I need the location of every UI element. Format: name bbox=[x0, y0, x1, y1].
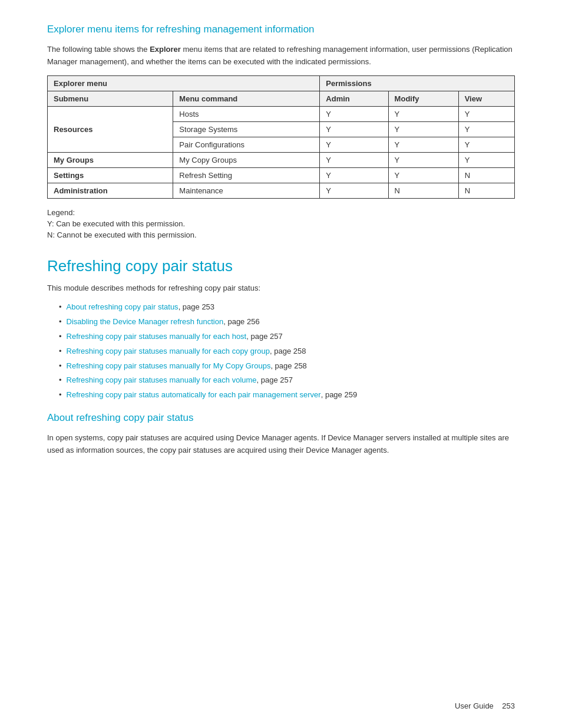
bullet-link-3[interactable]: Refreshing copy pair statuses manually f… bbox=[67, 345, 270, 358]
bullet-text-2: , page 257 bbox=[246, 331, 282, 343]
table-cell-hosts-admin: Y bbox=[320, 106, 388, 121]
table-cell-settings-view: N bbox=[458, 167, 514, 183]
footer-label: User Guide bbox=[455, 701, 494, 710]
intro-bold: Explorer bbox=[150, 45, 181, 54]
bullet-text-0: , page 253 bbox=[178, 301, 214, 314]
table-header-permissions: Permissions bbox=[320, 75, 515, 91]
bullet-item-4: Refreshing copy pair statuses manually f… bbox=[59, 360, 515, 373]
bullet-link-4[interactable]: Refreshing copy pair statuses manually f… bbox=[67, 360, 271, 373]
table-cell-pair-config: Pair Configurations bbox=[173, 137, 320, 152]
bullet-item-0: About refreshing copy pair status, page … bbox=[59, 301, 515, 314]
bullet-link-1[interactable]: Disabling the Device Manager refresh fun… bbox=[67, 316, 224, 328]
bullet-item-2: Refreshing copy pair statuses manually f… bbox=[59, 331, 515, 343]
bullet-item-6: Refreshing copy pair status automaticall… bbox=[59, 389, 515, 401]
bullet-text-4: , page 258 bbox=[270, 360, 306, 373]
section3-body: In open systems, copy pair statuses are … bbox=[47, 432, 515, 457]
table-cell-mygroups-modify: Y bbox=[388, 152, 458, 167]
table-cell-pair-config-view: Y bbox=[458, 137, 514, 152]
bullet-text-6: , page 259 bbox=[321, 389, 357, 401]
table-cell-admin-view: N bbox=[458, 183, 514, 198]
bullet-link-5[interactable]: Refreshing copy pair statuses manually f… bbox=[67, 374, 257, 387]
table-cell-hosts-modify: Y bbox=[388, 106, 458, 121]
bullet-list: About refreshing copy pair status, page … bbox=[59, 301, 515, 401]
explorer-menu-table: Explorer menu Permissions Submenu Menu c… bbox=[47, 75, 515, 199]
legend-label: Legend: bbox=[47, 208, 515, 217]
table-cell-mygroups-view: Y bbox=[458, 152, 514, 167]
table-cell-mygroups-admin: Y bbox=[320, 152, 388, 167]
section2-intro: This module describes methods for refres… bbox=[47, 282, 515, 295]
col-view-header: View bbox=[458, 91, 514, 106]
bullet-item-5: Refreshing copy pair statuses manually f… bbox=[59, 374, 515, 387]
bullet-item-3: Refreshing copy pair statuses manually f… bbox=[59, 345, 515, 358]
legend-y: Y: Can be executed with this permission. bbox=[47, 219, 515, 228]
bullet-text-1: , page 256 bbox=[223, 316, 259, 328]
table-cell-settings: Settings bbox=[48, 167, 173, 183]
table-cell-refresh-setting: Refresh Setting bbox=[173, 167, 320, 183]
table-cell-maintenance: Maintenance bbox=[173, 183, 320, 198]
table-cell-pair-config-modify: Y bbox=[388, 137, 458, 152]
bullet-item-1: Disabling the Device Manager refresh fun… bbox=[59, 316, 515, 328]
legend-section: Legend: Y: Can be executed with this per… bbox=[47, 208, 515, 239]
table-cell-storage-modify: Y bbox=[388, 121, 458, 137]
table-cell-mygroups: My Groups bbox=[48, 152, 173, 167]
table-cell-storage-view: Y bbox=[458, 121, 514, 137]
table-cell-storage-admin: Y bbox=[320, 121, 388, 137]
section1-intro: The following table shows the Explorer m… bbox=[47, 44, 515, 68]
table-cell-hosts: Hosts bbox=[173, 106, 320, 121]
table-cell-mycopygroups: My Copy Groups bbox=[173, 152, 320, 167]
bullet-link-6[interactable]: Refreshing copy pair status automaticall… bbox=[67, 389, 321, 401]
table-cell-resources: Resources bbox=[48, 106, 173, 152]
table-cell-storage-systems: Storage Systems bbox=[173, 121, 320, 137]
table-cell-admin-modify: N bbox=[388, 183, 458, 198]
intro-text-before: The following table shows the bbox=[47, 45, 150, 54]
bullet-text-3: , page 258 bbox=[270, 345, 306, 358]
table-cell-pair-config-admin: Y bbox=[320, 137, 388, 152]
footer-page-number: 253 bbox=[502, 701, 515, 710]
table-header-explorer-menu: Explorer menu bbox=[48, 75, 320, 91]
table-cell-hosts-view: Y bbox=[458, 106, 514, 121]
col-submenu-header: Submenu bbox=[48, 91, 173, 106]
bullet-text-5: , page 257 bbox=[257, 374, 293, 387]
page-footer: User Guide 253 bbox=[455, 701, 515, 710]
bullet-link-0[interactable]: About refreshing copy pair status bbox=[67, 301, 178, 314]
section3: About refreshing copy pair status In ope… bbox=[47, 412, 515, 457]
col-modify-header: Modify bbox=[388, 91, 458, 106]
section3-heading: About refreshing copy pair status bbox=[47, 412, 515, 424]
bullet-link-2[interactable]: Refreshing copy pair statuses manually f… bbox=[67, 331, 247, 343]
table-cell-settings-modify: Y bbox=[388, 167, 458, 183]
section1-heading: Explorer menu items for refreshing manag… bbox=[47, 24, 515, 35]
table-cell-administration: Administration bbox=[48, 183, 173, 198]
table-cell-admin-admin: Y bbox=[320, 183, 388, 198]
section2-heading: Refreshing copy pair status bbox=[47, 257, 515, 275]
table-cell-settings-admin: Y bbox=[320, 167, 388, 183]
col-menu-command-header: Menu command bbox=[173, 91, 320, 106]
legend-n: N: Cannot be executed with this permissi… bbox=[47, 230, 515, 239]
col-admin-header: Admin bbox=[320, 91, 388, 106]
